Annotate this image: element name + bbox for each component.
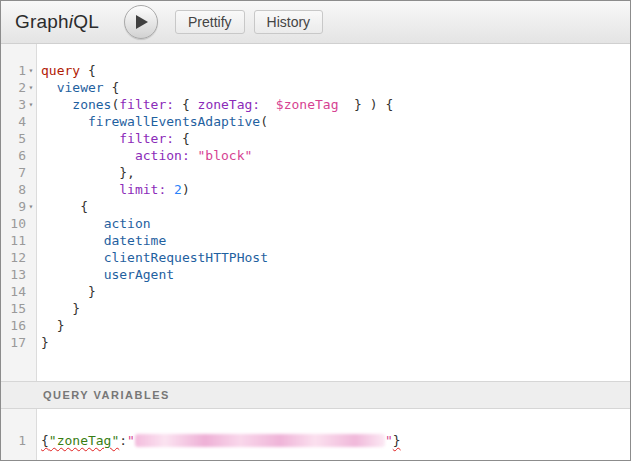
fold-gutter-spacer — [26, 181, 36, 198]
fold-gutter-spacer — [26, 300, 36, 317]
code-token — [41, 182, 119, 197]
code-token: } — [41, 318, 64, 333]
code-line[interactable]: 8 limit: 2) — [1, 181, 630, 198]
fold-gutter-spacer — [26, 215, 36, 232]
code-token: query — [41, 63, 80, 78]
execute-query-button[interactable] — [124, 5, 158, 39]
code-token: } ) { — [338, 97, 393, 112]
fold-arrow-icon[interactable]: ▾ — [26, 96, 36, 113]
code-token: "zoneTag" — [49, 433, 119, 448]
fold-arrow-icon[interactable]: ▾ — [26, 62, 36, 79]
code-token: { — [41, 433, 49, 448]
code-token: filter: — [119, 97, 174, 112]
code-text: action: "block" — [36, 147, 252, 164]
play-icon — [136, 15, 148, 29]
app-title-post: QL — [73, 11, 99, 32]
code-token: " — [127, 433, 135, 448]
fold-gutter-spacer — [26, 432, 36, 449]
code-line[interactable]: 15 } — [1, 300, 630, 317]
code-line[interactable]: 4 firewallEventsAdaptive( — [1, 113, 630, 130]
code-text: action — [36, 215, 151, 232]
code-text: datetime — [36, 232, 166, 249]
code-line[interactable]: 16 } — [1, 317, 630, 334]
code-line[interactable]: 3▾ zones(filter: { zoneTag: $zoneTag } )… — [1, 96, 630, 113]
code-token — [41, 97, 72, 112]
code-token: limit: — [119, 182, 166, 197]
line-number: 12 — [1, 249, 26, 266]
code-token: viewer — [57, 80, 104, 95]
code-text: } — [36, 334, 49, 351]
query-variables-editor[interactable]: 1{"zoneTag":""} — [1, 409, 630, 460]
line-number: 17 — [1, 334, 26, 351]
code-token: } — [41, 301, 80, 316]
code-token — [166, 182, 174, 197]
code-token: ( — [260, 114, 268, 129]
code-line[interactable]: 9▾ { — [1, 198, 630, 215]
code-token: }, — [41, 165, 135, 180]
code-line[interactable]: 11 datetime — [1, 232, 630, 249]
code-line[interactable]: 1{"zoneTag":""} — [1, 432, 630, 449]
code-line[interactable]: 14 } — [1, 283, 630, 300]
code-token — [41, 131, 119, 146]
code-text: firewallEventsAdaptive( — [36, 113, 268, 130]
line-number: 2 — [1, 79, 26, 96]
code-token: $zoneTag — [276, 97, 339, 112]
code-text: query { — [36, 62, 96, 79]
graphiql-app: GraphiQL Prettify History 1▾query {2▾ vi… — [0, 0, 631, 461]
history-button[interactable]: History — [254, 10, 324, 34]
code-token — [190, 148, 198, 163]
line-number: 10 — [1, 215, 26, 232]
prettify-button[interactable]: Prettify — [175, 10, 245, 34]
code-token: " — [385, 433, 393, 448]
code-token: : — [119, 433, 127, 448]
line-number: 7 — [1, 164, 26, 181]
code-line[interactable]: 12 clientRequestHTTPHost — [1, 249, 630, 266]
code-token: zones — [72, 97, 111, 112]
code-token — [41, 148, 135, 163]
code-line[interactable]: 10 action — [1, 215, 630, 232]
code-text: limit: 2) — [36, 181, 190, 198]
line-number: 5 — [1, 130, 26, 147]
code-token: } — [393, 433, 401, 448]
code-token: action: — [135, 148, 190, 163]
query-variables-title-bar[interactable]: QUERY VARIABLES — [1, 381, 630, 409]
code-line[interactable]: 13 userAgent — [1, 266, 630, 283]
code-line[interactable]: 17} — [1, 334, 630, 351]
code-line[interactable]: 7 }, — [1, 164, 630, 181]
fold-gutter-spacer — [26, 317, 36, 334]
fold-arrow-icon[interactable]: ▾ — [26, 198, 36, 215]
code-text: { — [36, 198, 88, 215]
line-number: 1 — [1, 62, 26, 79]
code-token: } — [41, 335, 49, 350]
code-token: { — [174, 131, 190, 146]
fold-arrow-icon[interactable]: ▾ — [26, 79, 36, 96]
code-text: {"zoneTag":""} — [36, 432, 401, 449]
code-token: { — [174, 97, 197, 112]
code-token — [41, 233, 104, 248]
fold-gutter-spacer — [26, 164, 36, 181]
code-line[interactable]: 1▾query { — [1, 62, 630, 79]
line-number: 4 — [1, 113, 26, 130]
query-editor[interactable]: 1▾query {2▾ viewer {3▾ zones(filter: { z… — [1, 44, 630, 381]
line-number: 6 — [1, 147, 26, 164]
code-token: datetime — [104, 233, 167, 248]
fold-gutter-spacer — [26, 232, 36, 249]
code-line[interactable]: 5 filter: { — [1, 130, 630, 147]
code-line[interactable]: 6 action: "block" — [1, 147, 630, 164]
code-text: } — [36, 317, 64, 334]
code-token: "block" — [198, 148, 253, 163]
code-token — [41, 267, 104, 282]
code-text: userAgent — [36, 266, 174, 283]
app-title: GraphiQL — [15, 11, 99, 33]
query-variables-title-label: QUERY VARIABLES — [43, 389, 170, 401]
code-token — [41, 114, 88, 129]
code-text: viewer { — [36, 79, 119, 96]
code-line[interactable]: 2▾ viewer { — [1, 79, 630, 96]
code-token: ) — [182, 182, 190, 197]
fold-gutter-spacer — [26, 334, 36, 351]
code-token: action — [104, 216, 151, 231]
line-number: 13 — [1, 266, 26, 283]
code-text: }, — [36, 164, 135, 181]
line-number: 16 — [1, 317, 26, 334]
code-token: firewallEventsAdaptive — [88, 114, 260, 129]
